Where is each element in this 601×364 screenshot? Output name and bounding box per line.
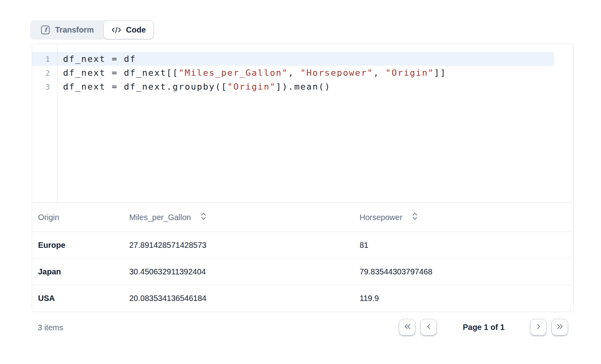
- code-token: df_next = df_next.groupby([: [63, 82, 227, 92]
- code-token: ]]: [434, 68, 446, 78]
- code-editor[interactable]: 1 df_next = df 2 df_next = df_next[["Mil…: [32, 44, 573, 203]
- code-token: ,: [373, 68, 386, 78]
- table-row: USA 20.083534136546184 119.9: [32, 285, 573, 312]
- cell-panel: 1 df_next = df 2 df_next = df_next[["Mil…: [32, 44, 574, 312]
- view-switcher: f Transform Code: [30, 20, 154, 40]
- line-number: 2: [32, 69, 57, 77]
- column-label: Miles_per_Gallon: [129, 213, 191, 222]
- code-line-3[interactable]: 3 df_next = df_next.groupby(["Origin"]).…: [32, 80, 554, 94]
- cell-origin: Europe: [38, 241, 129, 250]
- code-line-2[interactable]: 2 df_next = df_next[["Miles_per_Gallon",…: [32, 66, 554, 80]
- line-number: 3: [32, 82, 57, 91]
- cell-miles-per-gallon: 30.450632911392404: [129, 267, 360, 276]
- items-count: 3 items: [38, 323, 63, 332]
- next-page-button[interactable]: [530, 319, 547, 335]
- code-token-string: "Origin": [385, 68, 434, 78]
- code-token-string: "Origin": [227, 82, 276, 92]
- code-token: ,: [288, 68, 300, 78]
- cell-miles-per-gallon: 20.083534136546184: [129, 294, 360, 303]
- code-line-1[interactable]: 1 df_next = df: [32, 52, 554, 66]
- code-token-string: "Miles_per_Gallon": [179, 68, 288, 78]
- first-page-button[interactable]: [399, 319, 415, 335]
- chevron-left-icon: [425, 323, 433, 331]
- column-header-miles-per-gallon[interactable]: Miles_per_Gallon: [129, 212, 360, 222]
- code-text: df_next = df_next.groupby(["Origin"]).me…: [57, 82, 331, 92]
- cell-origin: USA: [38, 294, 129, 303]
- table-row: Europe 27.891428571428573 81: [32, 232, 573, 259]
- last-page-button[interactable]: [551, 319, 568, 335]
- column-label: Origin: [38, 213, 59, 222]
- previous-page-button[interactable]: [420, 319, 437, 335]
- tab-code[interactable]: Code: [104, 21, 153, 39]
- table-row: Japan 30.450632911392404 79.835443037974…: [32, 259, 573, 285]
- code-text: df_next = df_next[["Miles_per_Gallon", "…: [57, 68, 446, 78]
- line-number: 1: [32, 55, 57, 63]
- code-token: df_next = df: [63, 54, 136, 64]
- chevrons-left-icon: [404, 323, 411, 331]
- code-icon: [111, 26, 121, 34]
- dataframe-transform-cell: f Transform Code 1 df_next = df: [0, 0, 601, 364]
- table-header-row: Origin Miles_per_Gallon Horsepower: [32, 203, 573, 232]
- tab-transform-label: Transform: [55, 25, 94, 34]
- cell-origin: Japan: [38, 267, 129, 276]
- sort-updown-icon[interactable]: [201, 212, 207, 222]
- chevrons-right-icon: [556, 323, 564, 331]
- code-token: ]).mean(): [276, 82, 331, 92]
- tab-code-label: Code: [126, 25, 146, 34]
- code-token-string: "Horsepower": [300, 68, 373, 78]
- column-header-origin: Origin: [38, 213, 129, 222]
- cell-horsepower: 79.83544303797468: [360, 267, 567, 276]
- sort-updown-icon[interactable]: [412, 212, 418, 222]
- column-label: Horsepower: [360, 213, 402, 222]
- function-icon: f: [41, 25, 50, 34]
- tab-transform[interactable]: f Transform: [31, 21, 104, 39]
- cell-miles-per-gallon: 27.891428571428573: [129, 241, 360, 250]
- chevron-right-icon: [535, 323, 542, 331]
- gutter-separator: [57, 44, 57, 203]
- cell-horsepower: 81: [360, 241, 567, 250]
- cell-horsepower: 119.9: [360, 294, 567, 303]
- column-header-horsepower[interactable]: Horsepower: [360, 212, 567, 222]
- svg-text:f: f: [44, 27, 48, 33]
- page-indicator: Page 1 of 1: [452, 323, 515, 332]
- code-token: df_next = df_next[[: [63, 68, 179, 78]
- code-text: df_next = df: [57, 54, 136, 64]
